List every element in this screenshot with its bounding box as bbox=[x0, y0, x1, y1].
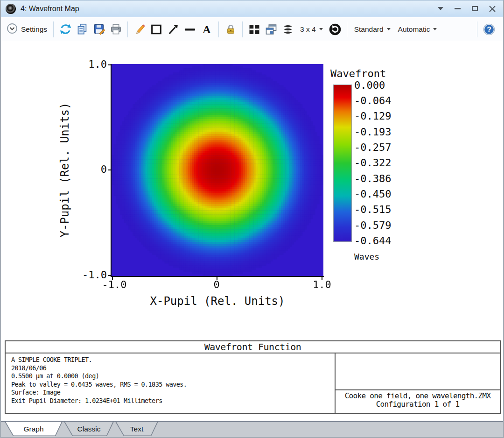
x-tick-label: 1.0 bbox=[299, 279, 345, 290]
summary-line: 2018/06/06 bbox=[11, 364, 335, 373]
layers-icon[interactable] bbox=[280, 21, 296, 38]
legend-units: Waves bbox=[354, 252, 379, 261]
split-window-icon[interactable] bbox=[246, 21, 263, 38]
legend-value: -0.579 bbox=[354, 219, 391, 231]
lock-icon[interactable] bbox=[222, 21, 239, 38]
x-tick-label: -1.0 bbox=[91, 279, 138, 290]
settings-label: Settings bbox=[21, 25, 47, 34]
toolbar-separator bbox=[347, 21, 347, 37]
tab-text[interactable]: Text bbox=[115, 422, 158, 436]
summary-line: A SIMPLE COOKE TRIPLET. bbox=[11, 356, 335, 364]
y-tick bbox=[108, 275, 111, 276]
legend-title: Wavefront bbox=[330, 68, 386, 79]
automatic-dropdown[interactable]: Automatic bbox=[394, 21, 441, 38]
titlebar: 4: Wavefront Map bbox=[1, 0, 503, 17]
chevron-down-icon bbox=[319, 28, 323, 30]
text-annotate-icon[interactable]: A bbox=[198, 21, 215, 38]
refresh-icon[interactable] bbox=[57, 21, 74, 38]
chevron-down-icon bbox=[433, 28, 437, 30]
y-axis-title: Y-Pupil (Rel. Units) bbox=[58, 103, 71, 238]
standard-label: Standard bbox=[354, 25, 384, 34]
chevron-down-circle-icon bbox=[7, 23, 18, 36]
maximize-button[interactable] bbox=[472, 4, 478, 14]
configuration-label: Configuration 1 of 1 bbox=[336, 400, 500, 409]
tabbar: Graph Classic Text bbox=[1, 422, 503, 437]
tab-classic[interactable]: Classic bbox=[64, 422, 114, 436]
legend-value: 0.000 bbox=[354, 79, 385, 91]
wavefront-map-window: 4: Wavefront Map Settings bbox=[0, 0, 504, 438]
y-axis-line bbox=[111, 64, 112, 277]
standard-dropdown[interactable]: Standard bbox=[350, 21, 394, 38]
save-icon[interactable] bbox=[91, 21, 107, 38]
arrow-annotate-icon[interactable] bbox=[165, 21, 182, 38]
lens-window-icon bbox=[6, 4, 16, 14]
toolbar-separator bbox=[53, 21, 54, 37]
window-menu-caret-icon[interactable] bbox=[438, 4, 443, 14]
help-icon[interactable]: ? bbox=[481, 21, 497, 38]
tab-graph[interactable]: Graph bbox=[5, 422, 63, 436]
legend-value: -0.064 bbox=[354, 95, 391, 106]
legend-value: -0.644 bbox=[354, 235, 391, 247]
y-tick-label: 1.0 bbox=[78, 58, 107, 70]
print-icon[interactable] bbox=[107, 21, 124, 38]
cascade-windows-icon[interactable] bbox=[263, 21, 280, 38]
grid-size-dropdown[interactable]: 3 x 4 bbox=[296, 21, 327, 38]
legend-value: -0.129 bbox=[354, 110, 391, 122]
automatic-label: Automatic bbox=[398, 25, 430, 34]
settings-button[interactable]: Settings bbox=[6, 21, 50, 38]
summary-line: Peak to valley = 0.6435 waves, RMS = 0.1… bbox=[11, 381, 335, 389]
x-tick-label: 0 bbox=[193, 279, 240, 290]
grid-size-label: 3 x 4 bbox=[300, 25, 316, 34]
svg-text:?: ? bbox=[487, 25, 491, 33]
window-title: 4: Wavefront Map bbox=[21, 5, 79, 13]
analysis-summary: A SIMPLE COOKE TRIPLET. 2018/06/06 0.550… bbox=[6, 353, 336, 413]
legend-value: -0.193 bbox=[354, 126, 391, 138]
copy-icon[interactable] bbox=[74, 21, 91, 38]
toolbar: Settings bbox=[1, 18, 503, 41]
pencil-annotate-icon[interactable] bbox=[131, 21, 148, 38]
summary-line: Exit Pupil Diameter: 1.0234E+01 Millimet… bbox=[11, 397, 335, 405]
chevron-down-icon bbox=[387, 28, 391, 30]
y-tick bbox=[108, 64, 111, 65]
legend-colorbar bbox=[333, 85, 352, 242]
info-panel: Wavefront Function A SIMPLE COOKE TRIPLE… bbox=[5, 340, 501, 414]
minimize-button[interactable] bbox=[455, 4, 461, 14]
legend-value: -0.257 bbox=[354, 141, 391, 153]
toolbar-separator bbox=[127, 21, 128, 37]
file-name: Cooke one field, one wavelength.ZMX bbox=[336, 392, 500, 400]
y-tick-label: 0 bbox=[78, 163, 107, 175]
legend-value: -0.450 bbox=[354, 188, 391, 200]
file-info: Cooke one field, one wavelength.ZMX Conf… bbox=[336, 389, 500, 413]
toolbar-separator bbox=[218, 21, 219, 37]
x-axis-title: X-Pupil (Rel. Units) bbox=[150, 295, 285, 308]
toolbar-separator bbox=[242, 21, 243, 37]
rectangle-annotate-icon[interactable] bbox=[148, 21, 165, 38]
summary-line: 0.5500 µm at 0.0000 (deg) bbox=[11, 372, 335, 381]
info-panel-header: Wavefront Function bbox=[6, 341, 500, 353]
line-annotate-icon[interactable] bbox=[182, 21, 198, 38]
legend-value: -0.515 bbox=[354, 204, 391, 215]
update-all-icon[interactable] bbox=[327, 21, 343, 38]
legend-value: -0.322 bbox=[354, 157, 391, 169]
y-tick bbox=[108, 170, 111, 170]
close-button[interactable] bbox=[489, 4, 496, 14]
plot-region: 1.0 0 -1.0 -1.0 0 1.0 X-Pupil (Rel. Unit… bbox=[1, 41, 503, 339]
wavefront-map-canvas[interactable] bbox=[112, 64, 323, 276]
summary-line: Surface: Image bbox=[11, 389, 335, 397]
toolbar-separator bbox=[477, 21, 477, 37]
legend-value: -0.386 bbox=[354, 173, 391, 184]
